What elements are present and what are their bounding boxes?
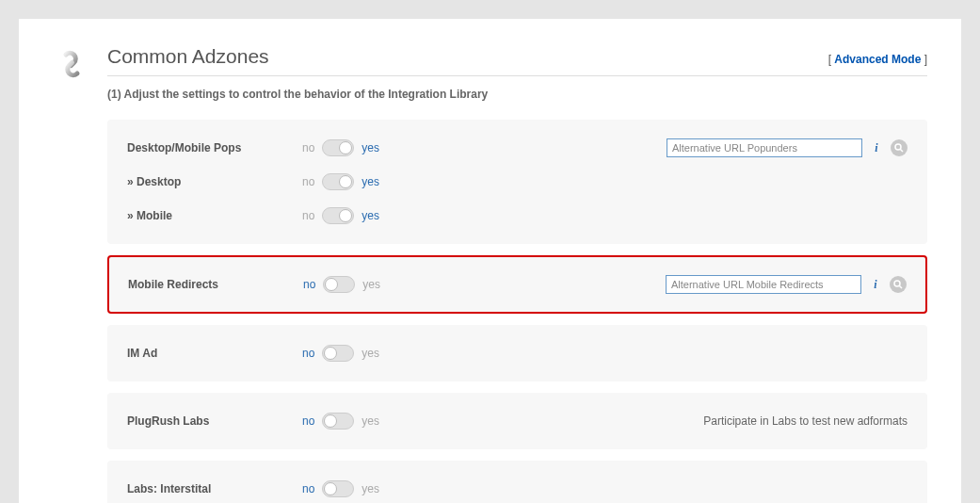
subtitle: (1) Adjust the settings to control the b… [107, 88, 927, 101]
section-redirects: Mobile Redirects no yes i [107, 255, 927, 314]
toggle-redirects[interactable]: no yes [297, 276, 386, 293]
toggle-yes[interactable]: yes [356, 482, 385, 495]
header: Common Adzones [ Advanced Mode ] (1) Adj… [53, 45, 927, 114]
toggle-yes[interactable]: yes [356, 141, 385, 154]
toggle-pops[interactable]: no yes [297, 139, 385, 156]
switch-icon[interactable] [322, 139, 354, 156]
toggle-no[interactable]: no [297, 347, 320, 360]
settings-panel: Common Adzones [ Advanced Mode ] (1) Adj… [19, 19, 961, 503]
svg-point-0 [895, 144, 901, 150]
toggle-plugrush[interactable]: no yes [297, 413, 385, 430]
section-plugrush: PlugRush Labs no yes Participate in Labs… [107, 393, 927, 449]
switch-icon[interactable] [322, 480, 354, 497]
label-redirects: Mobile Redirects [128, 278, 297, 291]
plugrush-note: Participate in Labs to test new adformat… [703, 414, 908, 428]
toggle-pops-desktop[interactable]: no yes [297, 173, 385, 190]
switch-icon[interactable] [322, 207, 354, 224]
section-pops: Desktop/Mobile Pops no yes i » Desktop n… [107, 120, 927, 244]
link-chain-icon [53, 45, 90, 86]
svg-line-1 [900, 149, 903, 152]
toggle-yes[interactable]: yes [356, 347, 385, 360]
label-pops-desktop: » Desktop [127, 175, 297, 188]
label-plugrush: PlugRush Labs [127, 414, 297, 428]
advanced-mode-link[interactable]: Advanced Mode [834, 53, 921, 66]
input-pops-url[interactable] [667, 138, 862, 157]
info-icon[interactable]: i [867, 276, 884, 293]
toggle-no[interactable]: no [297, 278, 321, 291]
input-redirects-url[interactable] [666, 275, 861, 294]
svg-line-3 [899, 285, 902, 288]
toggle-yes[interactable]: yes [356, 414, 385, 428]
toggle-no[interactable]: no [297, 414, 320, 428]
page-title: Common Adzones [107, 45, 269, 68]
toggle-yes[interactable]: yes [357, 278, 386, 291]
toggle-yes[interactable]: yes [356, 175, 385, 188]
toggle-yes[interactable]: yes [356, 209, 385, 222]
svg-point-2 [894, 281, 900, 286]
section-interstitial: Labs: Interstital no yes [107, 461, 927, 503]
advanced-mode-wrap: [ Advanced Mode ] [828, 53, 927, 66]
switch-icon[interactable] [322, 173, 354, 190]
label-imad: IM Ad [127, 347, 297, 360]
toggle-no[interactable]: no [297, 175, 320, 188]
toggle-imad[interactable]: no yes [297, 345, 385, 362]
search-icon[interactable] [890, 276, 907, 293]
toggle-interstitial[interactable]: no yes [297, 480, 385, 497]
label-interstitial: Labs: Interstital [127, 482, 297, 495]
toggle-no[interactable]: no [297, 209, 320, 222]
search-icon[interactable] [891, 139, 908, 156]
switch-icon[interactable] [322, 413, 354, 430]
info-icon[interactable]: i [868, 139, 885, 156]
switch-icon[interactable] [323, 276, 355, 293]
toggle-pops-mobile[interactable]: no yes [297, 207, 385, 224]
section-imad: IM Ad no yes [107, 325, 927, 381]
toggle-no[interactable]: no [297, 141, 320, 154]
label-pops-mobile: » Mobile [127, 209, 297, 222]
switch-icon[interactable] [322, 345, 354, 362]
toggle-no[interactable]: no [297, 482, 320, 495]
label-pops: Desktop/Mobile Pops [127, 141, 297, 154]
